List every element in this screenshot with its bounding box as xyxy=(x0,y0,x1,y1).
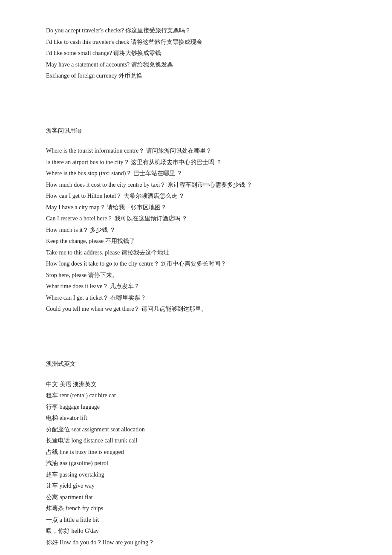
tourist-line-15: Could you tell me when we get there？ 请问几… xyxy=(46,304,346,315)
banking-line-2: I'd like to cash this traveler's check 请… xyxy=(46,37,346,48)
tourist-line-10: Take me to this address, please 请拉我去这个地址 xyxy=(46,248,346,258)
australian-english-title: 澳洲式英文 xyxy=(46,359,346,369)
tourist-info-title: 游客问讯用语 xyxy=(46,126,346,136)
tourist-line-14: Where can I get a ticket？ 在哪里卖票？ xyxy=(46,293,346,304)
aus-line-7: 汽油 gas (gasoline) petrol xyxy=(46,458,346,469)
tourist-line-12: Stop here, please 请停下来。 xyxy=(46,270,346,281)
tourist-line-9: Keep the change, please 不用找钱了 xyxy=(46,236,346,247)
tourist-line-11: How long does it take to go to the city … xyxy=(46,259,346,269)
tourist-line-13: What time does it leave？ 几点发车？ xyxy=(46,281,346,292)
tourist-line-3: Where is the bus stop (taxi stand)？ 巴士车站… xyxy=(46,168,346,179)
banking-line-3: I'd like some small change? 请将大钞换成零钱 xyxy=(46,48,346,59)
aus-line-8: 超车 passing overtaking xyxy=(46,470,346,480)
aus-line-1: 租车 rent (rental) car hire car xyxy=(46,390,346,401)
aus-line-6: 占线 line is busy line is engaged xyxy=(46,447,346,458)
banking-section: Do you accept traveler's checks? 你这里接受旅行… xyxy=(46,26,346,81)
page-content: Do you accept traveler's checks? 你这里接受旅行… xyxy=(46,26,346,555)
tourist-line-8: How much is it？ 多少钱 ？ xyxy=(46,225,346,236)
aus-line-3: 电梯 elevator lift xyxy=(46,413,346,424)
australian-english-section: 澳洲式英文 中文 美语 澳洲英文 租车 rent (rental) car hi… xyxy=(46,359,346,548)
aus-line-13: 喂，你好 hello G'day xyxy=(46,526,346,537)
aus-line-5: 长途电话 long distance call trunk call xyxy=(46,436,346,446)
tourist-line-4: How much does it cost to the city centre… xyxy=(46,180,346,191)
aus-line-9: 让车 yield give way xyxy=(46,481,346,491)
aus-line-4: 分配座位 seat assignment seat allocation xyxy=(46,425,346,435)
aus-line-12: 一点 a little a little bit xyxy=(46,515,346,526)
tourist-line-1: Where is the tourist information centre？… xyxy=(46,146,346,156)
aus-line-10: 公寓 apartment flat xyxy=(46,492,346,503)
banking-line-4: May have a statement of accounts? 请给我兑换发… xyxy=(46,60,346,70)
aus-line-11: 炸薯条 french fry chips xyxy=(46,503,346,514)
tourist-info-section: 游客问讯用语 Where is the tourist information … xyxy=(46,126,346,315)
banking-line-1: Do you accept traveler's checks? 你这里接受旅行… xyxy=(46,26,346,36)
tourist-line-6: May I have a city map？ 请给我一张市区地图？ xyxy=(46,202,346,213)
tourist-line-5: How can I get to Hilton hotel？ 去希尔顿酒店怎么走… xyxy=(46,191,346,202)
tourist-line-2: Is there an airport bus to the city？ 这里有… xyxy=(46,157,346,168)
aus-line-14: 你好 How do you do？How are you going？ xyxy=(46,538,346,548)
banking-line-5: Exchange of foreign currency 外币兑换 xyxy=(46,71,346,81)
aus-line-header: 中文 美语 澳洲英文 xyxy=(46,379,346,390)
aus-line-2: 行李 baggage luggage xyxy=(46,402,346,413)
tourist-line-7: Can I reserve a hotel here？ 我可以在这里预订酒店吗 … xyxy=(46,214,346,224)
